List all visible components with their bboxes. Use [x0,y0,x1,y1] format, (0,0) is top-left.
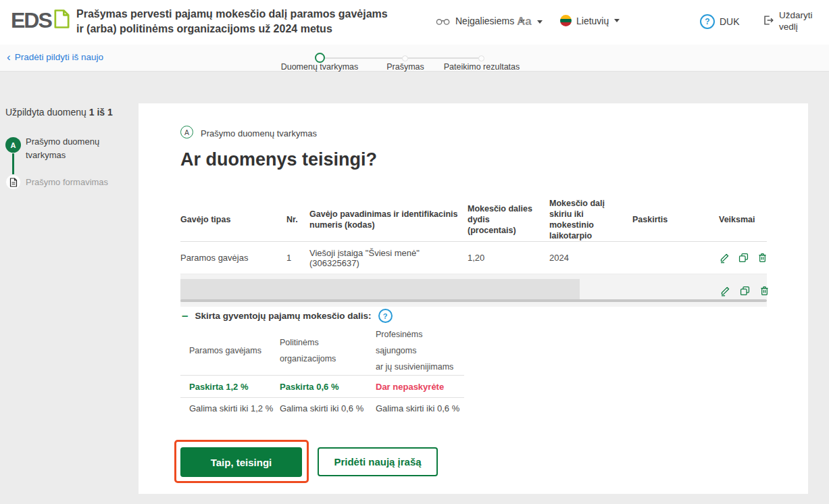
eds-logo[interactable]: EDS [11,9,70,32]
lithuanian-flag-icon [560,15,572,26]
col-gavejo-tipas: Gavėjo tipas [180,214,286,225]
exit-icon [762,14,774,26]
main-card: A Prašymo duomenų tvarkymas Ar duomenys … [139,103,808,494]
help-icon[interactable]: ? [378,309,393,323]
allocation-limit-row: Galima skirti iki 1,2 % Galima skirti ik… [180,397,464,419]
cell-pavadinimas: Viešoji įstaiga "Šviesi menė" (306325637… [309,248,468,268]
question-circle-icon: ? [700,14,715,29]
allocation-status-row: Paskirta 1,2 % Paskirta 0,6 % Dar nepask… [180,375,464,397]
col-veiksmai: Veiksmai [719,214,767,225]
table-row: Paramos gavėjas 1 Viešoji įstaiga "Švies… [180,242,767,274]
eds-wizard-screen: EDS Prašymas pervesti pajamų mokesčio da… [0,0,829,504]
sidebar-item-prasymo-duomenu-tvarkymas[interactable]: Prašymo duomenų tvarkymas [26,135,99,162]
wizard-subheader: ‹ Pradėti pildyti iš naujo Duomenų tvark… [0,45,829,72]
recipients-table: Gavėjo tipas Nr. Gavėjo pavadinimas ir i… [180,198,767,307]
col-laikotarpis: Mokesčio dalį skiriu iki mokestinio laik… [549,198,632,241]
cell-dydis: 1,20 [468,253,549,263]
limit-paramos: Galima skirti iki 1,2 % [180,403,280,413]
font-size-label: Aa [517,15,532,28]
document-icon [9,178,18,187]
step-2-marker [402,55,408,61]
restart-link-label: Pradėti pildyti iš naujo [15,52,103,62]
table-header-row: Gavėjo tipas Nr. Gavėjo pavadinimas ir i… [180,198,767,242]
chevron-left-icon: ‹ [7,53,11,61]
status-paramos: Paskirta 1,2 % [180,382,280,392]
cell-nr: 1 [286,253,309,263]
progress-text: Užpildyta duomenų 1 iš 1 [5,107,113,118]
step-3-marker [478,55,484,61]
page-heading: Ar duomenys teisingi? [180,149,377,170]
accessibility-label: Neįgaliesiems [455,16,514,26]
limit-politinems: Galima skirti iki 0,6 % [280,403,376,413]
row-placeholder [180,279,580,302]
edit-icon[interactable] [719,284,731,297]
collapse-icon[interactable]: – [182,311,188,321]
col-paskirtis: Paskirtis [632,214,719,225]
section-label: Prašymo duomenų tvarkymas [201,128,317,138]
step-label-duomenu-tvarkymas: Duomenų tvarkymas [281,62,359,72]
accessibility-menu[interactable]: Neįgaliesiems [436,16,525,26]
allocation-col-paramos: Paramos gavėjams [180,326,280,375]
confirm-button[interactable]: Taip, teisingi [180,447,302,477]
copy-icon[interactable] [738,252,749,264]
page-title-line1: Prašymas pervesti pajamų mokesčio dalį p… [76,7,388,22]
status-profesinems: Dar nepaskyrėte [376,382,464,392]
col-dydis: Mokesčio dalies dydis (procentais) [468,203,549,236]
sidebar-step-connector [12,153,14,174]
eds-logo-text: EDS [11,9,51,32]
progress-count: 1 iš 1 [89,107,113,118]
font-size-menu[interactable]: Aa [517,15,543,28]
chevron-down-icon [537,20,543,24]
cell-gavejo-tipas: Paramos gavėjas [180,253,286,263]
stepper-line [320,57,482,59]
horizontal-scrollbar[interactable] [180,299,767,302]
copy-icon[interactable] [738,284,751,297]
language-menu[interactable]: Lietuvių [560,15,620,26]
add-new-record-button[interactable]: Pridėti naują įrašą [318,447,438,476]
step-current-marker [315,53,325,63]
language-label: Lietuvių [576,16,609,26]
allocation-col-politinems: Politinėms organizacijoms [280,326,376,375]
faq-button[interactable]: ? DUK [700,14,740,29]
chevron-down-icon [614,19,620,22]
page-title-line2: ir (arba) politinėms organizacijoms už 2… [76,22,388,36]
col-pavadinimas: Gavėjo pavadinimas ir identifikacinis nu… [309,209,468,230]
edit-icon[interactable] [719,252,730,264]
allocation-table: Paramos gavėjams Politinėms organizacijo… [180,326,464,419]
limit-profesinems: Galima skirti iki 0,6 % [376,403,464,413]
sidebar-step-doc-badge [5,174,21,190]
faq-label: DUK [720,16,740,27]
step-label-pateikimo-rezultatas: Pateikimo rezultatas [444,62,520,72]
sidebar-step-a-badge: A [5,137,21,153]
cell-laikotarpis: 2024 [549,253,632,263]
allocation-col-profesinems: Profesinėms sąjungoms ar jų susivienijim… [376,326,464,375]
sidebar-item-prasymo-formavimas[interactable]: Prašymo formavimas [26,176,108,188]
row-actions [719,252,767,264]
close-wizard-button[interactable]: Uždaryti vedlį [762,9,813,32]
status-politinems: Paskirta 0,6 % [280,382,376,392]
delete-icon[interactable] [758,284,770,297]
restart-link[interactable]: ‹ Pradėti pildyti iš naujo [7,52,103,62]
col-nr: Nr. [286,214,309,225]
allocation-title: Skirta gyventojų pajamų mokesčio dalis: [195,311,371,321]
allocation-section-header: – Skirta gyventojų pajamų mokesčio dalis… [182,309,393,323]
delete-icon[interactable] [757,252,768,264]
app-header: EDS Prašymas pervesti pajamų mokesčio da… [0,0,829,45]
glasses-icon [436,17,451,26]
document-icon [53,9,70,29]
section-a-badge: A [180,126,193,138]
close-wizard-label: Uždaryti vedlį [779,9,813,32]
step-label-prasymas: Prašymas [386,62,424,72]
allocation-header-row: Paramos gavėjams Politinėms organizacijo… [180,326,464,375]
page-title: Prašymas pervesti pajamų mokesčio dalį p… [76,7,388,36]
